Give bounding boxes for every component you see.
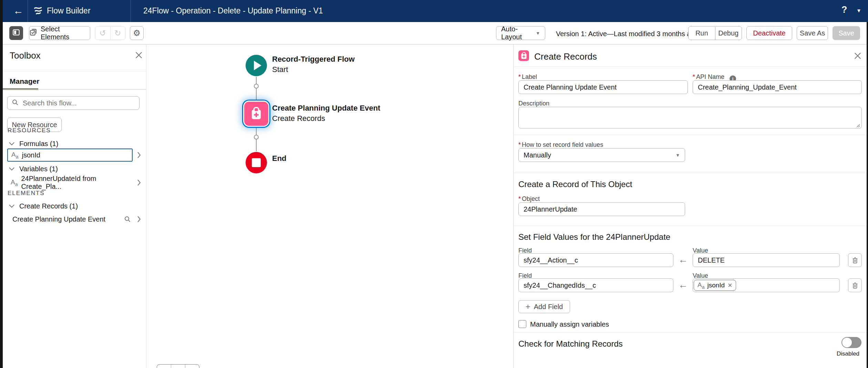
run-button[interactable]: Run [689,27,715,40]
save-as-button[interactable]: Save As [797,26,828,40]
variables-header-label: Variables (1) [19,165,58,173]
trash-icon [851,257,859,264]
redo-icon[interactable]: ↻ [110,27,125,40]
object-field-label: *Object [518,195,540,203]
help-caret-icon[interactable]: ▼ [856,8,861,13]
end-node-label: End [272,154,287,163]
formulas-header-label: Formulas (1) [19,140,58,148]
back-icon[interactable]: ← [13,5,23,17]
debug-button[interactable]: Debug [715,27,742,40]
create-records-group-header[interactable]: Create Records (1) [9,202,78,210]
property-panel: Create Records *Label *API Name i Descri… [513,44,867,368]
toolbox-toggle-button[interactable] [9,26,23,40]
delete-row-button[interactable] [848,253,862,267]
save-button[interactable]: Save [833,26,860,40]
add-element-dot[interactable] [254,84,259,89]
toolbox-close-icon[interactable] [135,51,143,60]
plus-icon: + [526,302,530,311]
gear-icon: ⚙ [133,28,141,38]
create-records-icon [518,50,529,61]
divider [514,332,867,333]
chevron-down-icon: ▼ [675,153,680,158]
resource-item-plannerupdateid[interactable]: Aa 24PlannerUpdateId from Create_Pla... [7,176,133,189]
label-input[interactable] [518,80,688,94]
toolbox-panel: Toolbox Manager New Resource RESOURCES F… [3,44,146,368]
deactivate-button[interactable]: Deactivate [746,26,792,40]
flow-title: 24Flow - Operation - Delete - Update Pla… [143,6,323,16]
divider [514,226,867,226]
chevron-right-icon[interactable] [137,152,141,160]
matching-records-toggle[interactable] [841,337,861,348]
field-input[interactable] [518,278,673,292]
start-node[interactable] [246,55,267,76]
variables-group-header[interactable]: Variables (1) [9,165,58,173]
resource-pill-jsonid[interactable]: Aa jsonId ✕ [694,280,736,291]
settings-button[interactable]: ⚙ [130,26,144,40]
toolbar: Select Elements ↺ ↻ ⚙ Auto-Layout ▼ Vers… [0,22,868,44]
connector-line [256,128,257,151]
chevron-down-icon: ▼ [536,31,540,36]
stop-icon [252,158,261,167]
flow-builder-app: ← Flow Builder 24Flow - Operation - Dele… [0,0,868,368]
panel-close-icon[interactable] [854,52,861,61]
zoom-in-button[interactable] [171,365,185,368]
divider [514,135,867,135]
add-field-button[interactable]: + Add Field [518,300,570,313]
canvas-zoom-controls[interactable] [157,364,199,368]
create-records-node[interactable] [244,102,268,126]
panel-icon [12,28,20,38]
manually-assign-label: Manually assign variables [530,320,609,328]
description-label: Description [518,100,549,107]
text-resource-icon: Aa [11,178,18,187]
value-input[interactable] [693,253,840,267]
object-input[interactable] [518,202,685,216]
text-resource-icon: Aa [698,281,704,290]
element-item-create-planning-update-event[interactable]: Create Planning Update Event [7,213,133,226]
tab-manager[interactable]: Manager [10,77,39,85]
resize-grip-icon[interactable] [856,123,860,129]
screen-edge-right [867,22,868,368]
field-input[interactable] [518,253,673,267]
undo-icon[interactable]: ↺ [95,27,110,40]
zoom-fit-button[interactable] [185,365,199,368]
create-node-subtitle: Create Records [272,114,380,123]
value-input[interactable]: Aa jsonId ✕ [693,278,840,292]
chevron-down-icon [9,167,14,171]
navbar-divider [131,0,131,22]
api-name-input[interactable] [693,80,862,94]
flow-search-box [7,96,140,110]
search-input[interactable] [22,99,135,108]
divider [514,67,867,67]
run-debug-group: Run Debug [688,26,742,40]
end-node[interactable] [246,152,267,173]
help-icon[interactable]: ? [841,4,847,15]
text-resource-icon: Aa [11,151,18,160]
elements-section-label: ELEMENTS [8,190,45,197]
panel-title: Create Records [534,51,597,62]
layout-select-value: Auto-Layout [501,25,536,41]
chevron-right-icon[interactable] [137,216,141,224]
label-field-label: *Label [518,73,537,81]
layout-select[interactable]: Auto-Layout ▼ [496,26,545,40]
delete-row-button[interactable] [848,278,862,292]
select-elements-button[interactable]: Select Elements [29,26,90,40]
chevron-right-icon[interactable] [137,180,141,187]
create-node-title: Create Planning Update Event [272,104,380,113]
zoom-out-button[interactable] [157,365,171,368]
search-icon [12,99,19,107]
navbar: ← Flow Builder 24Flow - Operation - Dele… [0,0,868,22]
add-field-label: Add Field [534,303,563,311]
resource-item-jsonid[interactable]: Aa jsonId [7,149,133,162]
manually-assign-checkbox[interactable] [518,320,526,328]
add-element-dot[interactable] [254,135,259,140]
how-to-set-value: Manually [524,151,551,159]
pill-label: jsonId [707,282,725,289]
toggle-knob [842,338,852,347]
description-textarea[interactable] [518,107,862,129]
toolbox-title: Toolbox [10,50,41,61]
how-to-set-select[interactable]: Manually ▼ [518,148,685,162]
locate-on-canvas-icon[interactable] [124,216,131,224]
remove-pill-icon[interactable]: ✕ [727,282,732,289]
flow-canvas[interactable]: Record-Triggered Flow Start Create Plann… [146,44,513,368]
formulas-group-header[interactable]: Formulas (1) [9,140,58,148]
